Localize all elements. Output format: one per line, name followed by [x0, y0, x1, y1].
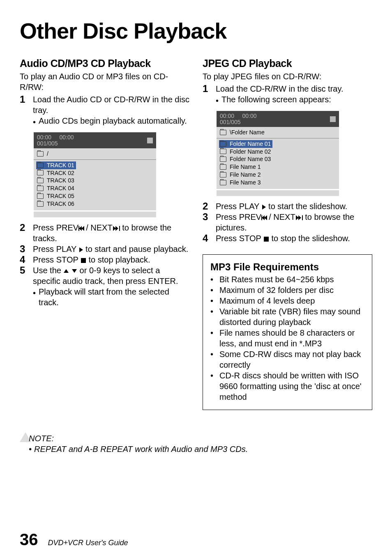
shot-time1: 00:00	[220, 113, 234, 119]
step-text: Load the CD-R/RW in the disc tray.	[216, 84, 344, 93]
stop-icon	[264, 237, 269, 242]
step-number: 3	[203, 212, 212, 233]
list-item: TRACK 05	[47, 192, 74, 200]
folder-icon	[220, 172, 226, 177]
list-item: File Name 1	[230, 163, 261, 171]
bullet-icon: •	[29, 444, 32, 454]
callout-item: Maximum of 32 folders per disc	[219, 285, 334, 295]
folder-icon	[37, 194, 44, 199]
step-text-mid: / NEXT	[86, 223, 112, 232]
step-number: 5	[20, 265, 29, 308]
shot-time2: 00:00	[242, 113, 257, 119]
list-item: Folder Name 03	[230, 155, 271, 163]
shot-time1: 00:00	[37, 134, 51, 141]
folder-icon	[220, 164, 226, 170]
shot-path: \Folder Name	[230, 129, 265, 136]
folder-icon	[37, 170, 44, 175]
callout-heading: MP3 File Requirements	[210, 260, 364, 273]
right-column: JPEG CD Playback To play JPEG files on C…	[203, 57, 372, 410]
bullet-icon: •	[33, 115, 36, 127]
page-number: 36	[20, 529, 38, 550]
next-icon	[113, 226, 120, 231]
audio-cd-intro: To play an Audio CD or MP3 files on CD-R…	[20, 71, 189, 92]
list-item: File Name 2	[230, 171, 261, 179]
play-icon	[79, 247, 83, 252]
folder-icon	[220, 157, 226, 162]
callout-item: Some CD-RW discs may not play back corre…	[219, 349, 364, 370]
note-block: NOTE: • REPEAT and A-B REPEAT work with …	[20, 433, 372, 454]
step-number: 1	[203, 83, 212, 106]
step-text-pre: Press STOP	[216, 234, 263, 243]
folder-icon	[37, 163, 44, 168]
up-icon	[64, 269, 69, 273]
bullet-icon: •	[210, 306, 214, 327]
folder-icon	[37, 151, 44, 157]
step-subtext: Audio CDs begin playback automatically.	[39, 115, 189, 127]
step-text-pre: Press PREV	[216, 212, 261, 221]
bullet-icon: •	[210, 349, 214, 370]
shot-counter: 001/005	[37, 140, 58, 147]
next-icon	[296, 215, 302, 220]
step-text-pre: Press PLAY	[216, 202, 262, 211]
step-number: 2	[20, 222, 29, 244]
note-text: REPEAT and A-B REPEAT work with Audio an…	[34, 444, 248, 454]
bullet-icon: •	[210, 274, 214, 285]
shot-counter: 001/005	[220, 119, 241, 125]
note-label: NOTE:	[29, 433, 372, 444]
list-item: TRACK 03	[47, 177, 74, 184]
step-text-post: to start and pause playback.	[83, 244, 189, 253]
list-item: Folder Name 02	[230, 148, 271, 156]
step-subtext: The following screen appears:	[221, 94, 372, 106]
mp3-requirements-box: MP3 File Requirements •Bit Rates must be…	[203, 254, 372, 410]
step-text: Load the Audio CD or CD-R/RW in the disc…	[33, 95, 189, 115]
bullet-icon: •	[210, 285, 214, 295]
shot-path: /	[47, 150, 48, 157]
step-text-post: to stop the slideshow.	[269, 234, 350, 243]
callout-item: Variable bit rate (VBR) files may sound …	[219, 306, 364, 327]
step-number: 1	[20, 94, 29, 127]
audio-cd-heading: Audio CD/MP3 CD Playback	[20, 57, 189, 70]
callout-item: Bit Rates must be 64~256 kbps	[219, 274, 334, 285]
bullet-icon: •	[33, 286, 36, 308]
play-icon	[262, 205, 266, 210]
stop-icon	[81, 258, 86, 263]
folder-icon	[220, 180, 226, 185]
list-item: TRACK 01	[47, 161, 74, 169]
jpeg-cd-intro: To play JPEG files on CD-R/RW:	[203, 71, 372, 82]
folder-icon	[37, 201, 44, 207]
folder-icon	[220, 149, 226, 154]
page-footer: 36 DVD+VCR User's Guide	[20, 529, 128, 550]
track-list-screenshot: 00:00 00:00 001/005 / TRACK 01 TRACK 02 …	[34, 132, 156, 217]
step-number: 2	[203, 201, 212, 212]
list-item: TRACK 04	[47, 184, 74, 192]
step-number: 3	[20, 244, 29, 254]
step-text-post: to stop playback.	[86, 255, 150, 264]
step-number: 4	[20, 254, 29, 265]
step-text-post: to start the slideshow.	[266, 202, 348, 211]
stop-icon	[147, 138, 153, 143]
folder-icon	[37, 186, 44, 191]
step-text-pre: Press PLAY	[33, 244, 79, 253]
folder-icon	[220, 130, 226, 135]
list-item: Folder Name 01	[230, 140, 271, 148]
guide-label: DVD+VCR User's Guide	[48, 538, 128, 548]
bullet-icon: •	[210, 370, 214, 402]
prev-icon	[79, 226, 85, 231]
step-text-pre: Press PREV	[33, 223, 78, 232]
step-text-pre: Use the	[33, 266, 63, 275]
folder-icon	[220, 141, 226, 147]
jpeg-cd-heading: JPEG CD Playback	[203, 57, 372, 70]
step-text-mid: / NEXT	[269, 212, 295, 221]
step-text-pre: Press STOP	[33, 255, 81, 264]
left-column: Audio CD/MP3 CD Playback To play an Audi…	[20, 57, 189, 410]
stop-icon	[330, 116, 336, 122]
folder-list-screenshot: 00:00 00:00 001/005 \Folder Name Folder …	[217, 111, 339, 196]
list-item: TRACK 02	[47, 169, 74, 177]
shot-time2: 00:00	[60, 134, 74, 141]
callout-item: Maximum of 4 levels deep	[219, 295, 315, 306]
list-item: TRACK 06	[47, 200, 74, 208]
down-icon	[72, 269, 77, 273]
bullet-icon: •	[210, 327, 214, 349]
bullet-icon: •	[216, 94, 219, 106]
prev-icon	[262, 215, 268, 220]
